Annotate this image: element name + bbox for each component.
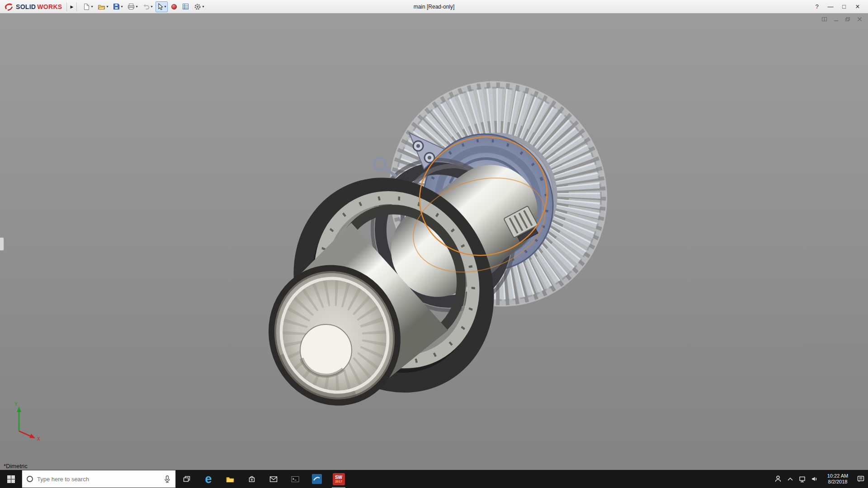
open-document-button[interactable]: ▾: [96, 1, 110, 12]
taskbar-app-edge[interactable]: e: [198, 470, 219, 488]
feature-manager-collapsed-tab[interactable]: [0, 237, 4, 251]
brand-text-works: WORKS: [37, 3, 62, 10]
search-input[interactable]: [37, 476, 160, 483]
properties-table-icon: [182, 3, 189, 10]
taskbar-app-mail[interactable]: [263, 470, 284, 488]
dropdown-arrow-icon[interactable]: ▾: [121, 5, 123, 9]
help-button[interactable]: ?: [810, 3, 824, 10]
triad-x-label: X: [37, 436, 40, 441]
dropdown-arrow-icon[interactable]: ▾: [106, 5, 108, 9]
printer-icon: [127, 3, 135, 10]
quick-access-toolbar: ▾ ▾ ▾ ▾: [81, 1, 206, 12]
file-properties-button[interactable]: [180, 1, 191, 12]
task-view-button[interactable]: [176, 470, 198, 488]
taskbar-clock[interactable]: 10:22 AM 8/2/2018: [823, 473, 853, 485]
brand-text-solid: SOLID: [16, 3, 36, 10]
start-button[interactable]: [0, 470, 22, 488]
new-document-button[interactable]: ▾: [81, 1, 94, 12]
undo-button[interactable]: ▾: [141, 1, 154, 12]
triad-x-axis: [19, 431, 30, 436]
document-title: main [Read-only]: [414, 0, 455, 14]
blue-app-icon: [311, 474, 322, 484]
maximize-button[interactable]: □: [837, 3, 851, 10]
taskbar-app-store[interactable]: [241, 470, 263, 488]
mail-envelope-icon: [269, 475, 278, 483]
triad-y-arrow: [17, 407, 21, 412]
save-floppy-icon: [113, 3, 120, 10]
gear-icon: [194, 3, 201, 10]
taskbar-app-solidworks[interactable]: SW 2017: [328, 470, 349, 488]
select-cursor-icon: [157, 3, 163, 10]
minimize-button[interactable]: —: [824, 3, 837, 10]
orientation-triad: Y X: [2, 399, 43, 443]
edge-browser-icon: e: [205, 473, 212, 485]
print-button[interactable]: ▾: [126, 1, 139, 12]
red-sphere-icon: [171, 4, 177, 10]
triad-y-label: Y: [14, 402, 18, 407]
network-icon[interactable]: [798, 475, 807, 483]
nozzle-hub: [300, 324, 352, 376]
render-tools-button[interactable]: [169, 1, 179, 12]
doc-pane-icon[interactable]: [821, 17, 827, 22]
select-tool-button[interactable]: ▾: [156, 1, 168, 12]
close-button[interactable]: ×: [851, 3, 864, 11]
clock-time: 10:22 AM: [823, 473, 853, 479]
save-button[interactable]: ▾: [111, 1, 124, 12]
file-explorer-icon: [226, 475, 235, 483]
dropdown-arrow-icon[interactable]: ▾: [151, 5, 152, 9]
engine-model-3d: [0, 14, 868, 470]
volume-icon[interactable]: [811, 475, 819, 483]
document-window-controls: [821, 17, 863, 22]
doc-restore-icon[interactable]: [845, 17, 851, 22]
taskbar-app-console[interactable]: [284, 470, 306, 488]
solidworks-app-icon: SW 2017: [333, 473, 345, 485]
microphone-icon[interactable]: [163, 475, 171, 483]
undo-arrow-icon: [142, 4, 150, 10]
ds-logo-icon: [4, 3, 14, 11]
taskbar-search[interactable]: [22, 470, 176, 488]
view-orientation-label: *Dimetric: [4, 463, 28, 469]
dropdown-arrow-icon[interactable]: ▾: [202, 5, 204, 9]
action-center-icon[interactable]: [857, 475, 865, 483]
window-controls: ? — □ ×: [810, 3, 868, 11]
system-tray: 10:22 AM 8/2/2018: [774, 470, 868, 488]
graphics-viewport[interactable]: Y X *Dimetric: [0, 14, 868, 470]
new-document-icon: [83, 3, 90, 10]
hidden-icons-chevron[interactable]: [786, 475, 794, 483]
doc-minimize-icon[interactable]: [833, 17, 839, 22]
app-titlebar: SOLIDWORKS ▶ ▾ ▾ ▾: [0, 0, 868, 14]
doc-close-icon[interactable]: [857, 17, 863, 22]
windows-logo-icon: [7, 475, 15, 483]
people-icon[interactable]: [774, 475, 782, 483]
open-folder-icon: [98, 3, 105, 10]
task-view-icon: [183, 475, 191, 483]
dropdown-arrow-icon[interactable]: ▾: [164, 5, 166, 9]
triad-x-arrow: [29, 434, 35, 438]
taskbar-app-file-explorer[interactable]: [219, 470, 241, 488]
dropdown-arrow-icon[interactable]: ▾: [136, 5, 137, 9]
options-button[interactable]: ▾: [192, 1, 206, 12]
store-bag-icon: [248, 475, 256, 483]
windows-taskbar: e SW 2017: [0, 470, 868, 488]
cortana-ring-icon: [26, 475, 33, 483]
menu-flyout-button[interactable]: ▶: [66, 2, 77, 11]
console-window-icon: [291, 475, 300, 483]
clock-date: 8/2/2018: [823, 479, 853, 485]
solidworks-logo: SOLIDWORKS: [0, 3, 65, 11]
taskbar-app-blue-tile[interactable]: [306, 470, 328, 488]
dropdown-arrow-icon[interactable]: ▾: [91, 5, 93, 9]
